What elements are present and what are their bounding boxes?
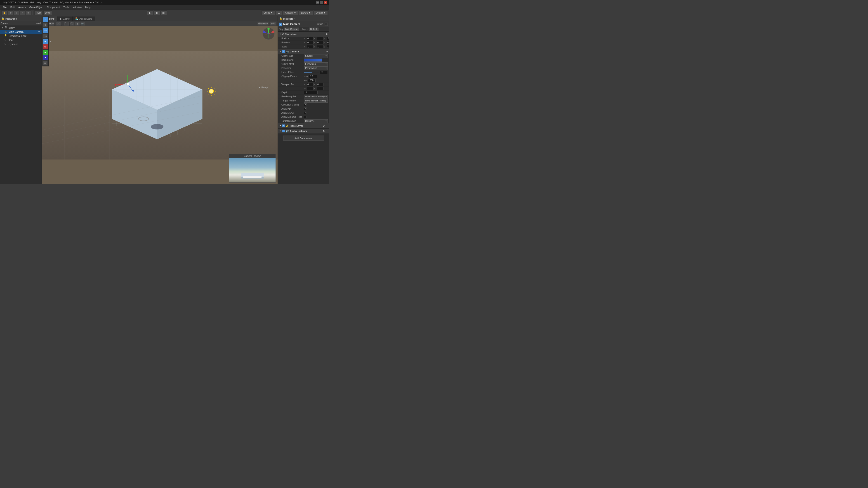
projection-dropdown[interactable]: Perspective ▾ xyxy=(304,66,328,70)
allowmsaa-checkbox[interactable] xyxy=(304,111,307,114)
rect-tool[interactable]: ▭ xyxy=(26,10,31,15)
account-button[interactable]: Account ▼ xyxy=(283,10,298,15)
scene-cam-toggle[interactable]: 📷 xyxy=(80,22,85,26)
hierarchy-item-maincamera[interactable]: 📷 Main Camera 👁 xyxy=(0,30,41,34)
tool-y[interactable]: Y■ xyxy=(43,50,48,55)
mode-2d-button[interactable]: 2D xyxy=(56,22,62,26)
viewport-h[interactable] xyxy=(317,87,323,90)
menu-component[interactable]: Component xyxy=(45,5,61,9)
camera-active-check[interactable]: ✓ xyxy=(282,50,285,53)
eye-icon[interactable]: 👁 xyxy=(38,31,40,33)
tab-game[interactable]: ▶ Game xyxy=(57,17,72,21)
flarelayer-check[interactable]: ✓ xyxy=(282,125,285,127)
position-y[interactable] xyxy=(317,37,323,40)
maximize-button[interactable]: □ xyxy=(320,1,323,4)
audiolistener-check[interactable]: ✓ xyxy=(282,130,285,132)
scene-persp-toggle[interactable]: ⬛ xyxy=(64,22,69,26)
tool-move[interactable]: →■ xyxy=(43,33,48,38)
scene-iso-toggle[interactable]: ◯ xyxy=(69,22,74,26)
clearflags-dropdown[interactable]: Skybox ▾ xyxy=(304,54,328,58)
flarelayer-context[interactable]: ⋮ xyxy=(326,125,328,127)
pause-button[interactable]: ⏸ xyxy=(154,10,160,15)
fov-input[interactable] xyxy=(320,71,328,74)
hierarchy-item-cylinder[interactable]: ◻ Cylinder xyxy=(0,42,41,46)
far-input[interactable] xyxy=(308,79,315,82)
fov-slider[interactable] xyxy=(304,71,328,74)
layer-dropdown[interactable]: Default xyxy=(309,28,318,31)
axis-gizmo[interactable]: X Y Z xyxy=(262,28,275,40)
viewport-w[interactable] xyxy=(307,87,313,90)
occlusion-checkbox[interactable] xyxy=(304,103,307,106)
camera-settings[interactable]: ⚙ xyxy=(326,51,328,53)
add-component-button[interactable]: Add Component xyxy=(283,135,324,140)
menu-file[interactable]: File xyxy=(1,5,8,9)
hierarchy-item-light[interactable]: 💡 Directional Light xyxy=(0,34,41,38)
hierarchy-item-floor[interactable]: ◻ floor xyxy=(0,38,41,42)
targettexture-dropdown[interactable]: None (Render Texture) xyxy=(304,99,328,103)
position-x[interactable] xyxy=(307,37,313,40)
layout-button[interactable]: Default ▼ xyxy=(314,10,328,15)
object-active-checkbox[interactable]: ✓ xyxy=(279,23,282,26)
rotation-y[interactable] xyxy=(317,41,323,44)
camera-header[interactable]: ▼ ✓ 📷 Camera ⚙ xyxy=(278,49,329,54)
scale-z[interactable] xyxy=(327,45,329,48)
menu-help[interactable]: Help xyxy=(84,5,92,9)
menu-gameobject[interactable]: GameObject xyxy=(28,5,45,9)
transform-settings[interactable]: ⚙ xyxy=(326,33,328,35)
pivot-button[interactable]: Pivot xyxy=(34,10,42,15)
play-button[interactable]: ▶ xyxy=(147,10,153,15)
create-button[interactable]: Create xyxy=(1,22,8,25)
tool-x[interactable]: X■ xyxy=(43,44,48,49)
cullingmask-dropdown[interactable]: Everything ▾ xyxy=(304,62,328,66)
object-name[interactable]: Main Camera xyxy=(283,23,300,26)
fov-track[interactable] xyxy=(304,72,319,73)
scale-y[interactable] xyxy=(317,45,323,48)
tool-3d[interactable]: 3D xyxy=(43,61,48,66)
background-color[interactable] xyxy=(304,59,322,62)
tool-ion[interactable]: ION xyxy=(43,28,48,33)
audiolistener-header[interactable]: ▼ ✓ 🔊 Audio Listener ⚙ ⋮ xyxy=(278,129,329,133)
allowhdr-checkbox[interactable] xyxy=(304,107,307,110)
tool-1[interactable]: 1 xyxy=(43,17,48,22)
tag-dropdown[interactable]: MainCamera xyxy=(284,28,299,31)
menu-edit[interactable]: Edit xyxy=(8,5,17,9)
static-checkbox[interactable] xyxy=(324,23,328,26)
tool-eye[interactable]: 👁 xyxy=(43,23,48,28)
tool-z[interactable]: Z■ xyxy=(43,55,48,60)
audiolistener-context[interactable]: ⋮ xyxy=(326,130,328,132)
near-input[interactable] xyxy=(309,75,317,78)
transform-header[interactable]: ▼ ⊕ Transform ⚙ xyxy=(278,32,329,37)
close-button[interactable]: ✕ xyxy=(324,1,327,4)
scene-grid-toggle[interactable]: # xyxy=(75,22,80,26)
rotation-z[interactable] xyxy=(327,41,329,44)
step-button[interactable]: ⏭ xyxy=(160,10,167,15)
rotation-x[interactable] xyxy=(307,41,313,44)
collab-button[interactable]: Collab ▼ xyxy=(261,10,275,15)
renderingpath-dropdown[interactable]: Use Graphics Settings ▾ xyxy=(304,95,328,98)
move-tool[interactable]: ✛ xyxy=(8,10,13,15)
position-z[interactable] xyxy=(327,37,329,40)
menu-tools[interactable]: Tools xyxy=(61,5,71,9)
depth-input[interactable] xyxy=(304,91,318,94)
scene-view[interactable]: ◄ Persp X Y Z xyxy=(42,26,278,184)
hand-tool[interactable]: ✋ xyxy=(1,10,7,15)
flarelayer-settings[interactable]: ⚙ xyxy=(322,125,325,127)
audiolistener-settings[interactable]: ⚙ xyxy=(322,130,325,133)
viewport-y[interactable] xyxy=(317,83,323,86)
minimize-button[interactable]: — xyxy=(316,1,319,4)
dynamicres-checkbox[interactable] xyxy=(304,116,307,119)
menu-window[interactable]: Window xyxy=(71,5,84,9)
tool-sel[interactable]: ▣ xyxy=(43,39,48,44)
scale-tool[interactable]: ⤢ xyxy=(20,10,25,15)
targetdisplay-dropdown[interactable]: Display 1 ▾ xyxy=(304,119,328,123)
alll-dropdown[interactable]: ⊕All xyxy=(270,22,276,26)
layers-button[interactable]: Layers ▼ xyxy=(299,10,313,15)
cloud-button[interactable]: ☁ xyxy=(276,10,282,15)
flarelayer-header[interactable]: ▼ ✓ ✨ Flare Layer ⚙ ⋮ xyxy=(278,123,329,128)
menu-assets[interactable]: Assets xyxy=(17,5,28,9)
scale-x[interactable] xyxy=(307,45,313,48)
hierarchy-item-main[interactable]: ▼ 🎬 Main* xyxy=(0,26,41,30)
viewport-x[interactable] xyxy=(307,83,313,86)
tab-assetstore[interactable]: 🏪 Asset Store xyxy=(72,17,95,21)
rotate-tool[interactable]: ↺ xyxy=(14,10,19,15)
